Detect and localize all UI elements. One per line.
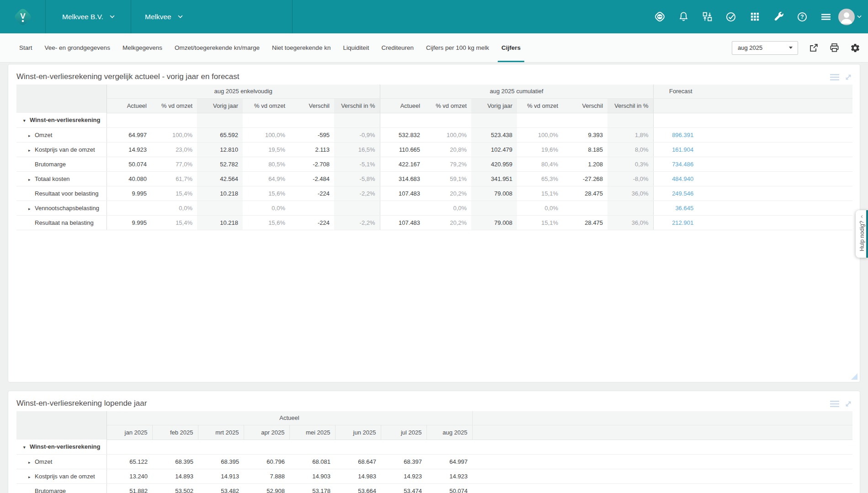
tools-wrench-icon[interactable]: [767, 11, 790, 22]
help-side-tab[interactable]: ‹ Hulp nodig?: [856, 210, 868, 258]
top-bar: V Melkvee B.V. Melkvee: [0, 0, 868, 33]
triangle-right-icon: ▸: [28, 177, 35, 182]
assistant-icon[interactable]: [648, 11, 671, 23]
row-filler: [699, 201, 852, 215]
panel-expand-icon[interactable]: [844, 400, 852, 408]
table-row: ▸Omzet65.12268.39568.39560.79668.08168.6…: [16, 454, 852, 469]
percent-cell: 0,0%: [243, 201, 290, 215]
tab-liquiditeit[interactable]: Liquiditeit: [343, 33, 369, 62]
help-icon[interactable]: ?: [790, 11, 814, 23]
period-select[interactable]: aug 2025: [732, 41, 798, 55]
apps-grid-icon[interactable]: [743, 11, 767, 22]
value-cell: 8.185: [563, 142, 607, 157]
section-row: ▾Winst-en-verliesrekening: [16, 113, 852, 127]
column-header-mrt-2025: mrt 2025: [198, 425, 244, 440]
percent-cell: 36,0%: [607, 215, 653, 230]
tab-cijfers-per-100-kg-melk[interactable]: Cijfers per 100 kg melk: [426, 33, 489, 62]
tab-crediteuren[interactable]: Crediteuren: [381, 33, 414, 62]
percent-cell: 15,1%: [517, 215, 563, 230]
empty-cell: [517, 113, 563, 127]
column-header-forecast-blank: [653, 98, 699, 113]
company-selector[interactable]: Melkvee B.V.: [46, 0, 131, 33]
column-header-vd-omzet: % vd omzet: [243, 98, 290, 113]
print-icon[interactable]: [829, 42, 840, 53]
empty-cell: [244, 440, 289, 454]
row-label-omzet[interactable]: ▸Omzet: [16, 454, 107, 469]
value-cell: 314.683: [380, 171, 425, 186]
empty-cell: [607, 113, 653, 127]
value-cell: 64.997: [107, 127, 151, 142]
percent-cell: 20,2%: [425, 186, 471, 201]
forecast-value-link[interactable]: 734.486: [653, 157, 699, 171]
panel-menu-icon[interactable]: [830, 73, 839, 81]
menu-icon[interactable]: [814, 11, 838, 22]
value-cell: 68.081: [289, 454, 335, 469]
column-group-actueel: Actueel: [107, 411, 472, 425]
percent-cell: -2,2%: [334, 186, 380, 201]
empty-cell: [197, 113, 243, 127]
column-header-mei-2025: mei 2025: [289, 425, 335, 440]
tab-niet-toegerekende-kn[interactable]: Niet toegerekende kn: [272, 33, 330, 62]
percent-cell: 15,6%: [243, 215, 290, 230]
settings-gear-icon[interactable]: [850, 43, 860, 53]
value-cell: 28.475: [563, 215, 607, 230]
column-group-aug-2025-cumulatief: aug 2025 cumulatief: [380, 85, 653, 98]
tab-cijfers[interactable]: Cijfers: [501, 33, 521, 62]
value-cell: 68.395: [198, 454, 244, 469]
row-label-vennootschapsbelasting[interactable]: ▸Vennootschapsbelasting: [16, 201, 107, 215]
value-cell: -224: [290, 186, 334, 201]
panel-menu-icon[interactable]: [830, 400, 839, 408]
section-label: Winst-en-verliesrekening: [30, 443, 100, 450]
forecast-value-link[interactable]: 161.904: [653, 142, 699, 157]
forecast-value-link[interactable]: 212.901: [653, 215, 699, 230]
tab-melkgegevens[interactable]: Melkgegevens: [122, 33, 162, 62]
tab-vee-en-grondgegevens[interactable]: Vee- en grondgegevens: [45, 33, 110, 62]
administration-selector[interactable]: Melkvee: [131, 0, 293, 33]
forecast-value-link[interactable]: 896.391: [653, 127, 699, 142]
row-label-kostprijs-van-de-omzet[interactable]: ▸Kostprijs van de omzet: [16, 142, 107, 157]
row-label-totaal-kosten[interactable]: ▸Totaal kosten: [16, 171, 107, 186]
value-cell: 65.122: [107, 454, 152, 469]
app-logo[interactable]: V: [0, 0, 46, 33]
empty-cell: [334, 113, 380, 127]
forecast-value-link[interactable]: 249.546: [653, 186, 699, 201]
value-cell: 64.997: [426, 454, 472, 469]
value-cell: [290, 201, 334, 215]
percent-cell: 59,1%: [425, 171, 471, 186]
value-cell: 10.218: [197, 186, 243, 201]
panel-title: Winst-en-verliesrekening vergelijk actue…: [16, 72, 860, 81]
empty-cell: [198, 440, 244, 454]
row-label-omzet[interactable]: ▸Omzet: [16, 127, 107, 142]
forecast-value-link[interactable]: 36.645: [653, 201, 699, 215]
row-filler: [472, 469, 852, 483]
value-cell: 42.564: [197, 171, 243, 186]
column-header-feb-2025: feb 2025: [152, 425, 198, 440]
panel-resize-handle[interactable]: [851, 373, 857, 380]
value-cell: 65.592: [197, 127, 243, 142]
row-label-winst-en-verliesrekening[interactable]: ▾Winst-en-verliesrekening: [16, 113, 107, 127]
share-icon[interactable]: [809, 43, 819, 53]
percent-cell: 19,5%: [243, 142, 290, 157]
value-cell: 79.008: [471, 215, 517, 230]
account-menu[interactable]: [838, 8, 862, 26]
table-row: ▸Totaal kosten40.08061,7%42.56464,9%-2.4…: [16, 171, 852, 186]
triangle-right-icon: ▸: [28, 148, 35, 153]
empty-cell: [290, 113, 334, 127]
column-header-row: Actueel% vd omzetVorig jaar% vd omzetVer…: [16, 98, 852, 113]
tasks-icon[interactable]: [719, 11, 743, 23]
forecast-value-link[interactable]: 484.940: [653, 171, 699, 186]
panel-expand-icon[interactable]: [844, 73, 852, 81]
tab-start[interactable]: Start: [19, 33, 32, 62]
tab-omzet-toegerekende-kn-marge[interactable]: Omzet/toegerekende kn/marge: [175, 33, 260, 62]
row-label-winst-en-verliesrekening[interactable]: ▾Winst-en-verliesrekening: [16, 440, 107, 454]
value-cell: 53.474: [381, 483, 426, 493]
empty-cell: [425, 113, 471, 127]
transfer-icon[interactable]: [695, 11, 719, 22]
notifications-icon[interactable]: [671, 11, 695, 22]
period-value: aug 2025: [738, 44, 762, 51]
percent-cell: 77,0%: [151, 157, 197, 171]
avatar: [838, 8, 855, 26]
row-label-kostprijs-van-de-omzet[interactable]: ▸Kostprijs van de omzet: [16, 469, 107, 483]
value-cell: 9.995: [107, 215, 151, 230]
triangle-right-icon: ▸: [28, 207, 35, 211]
